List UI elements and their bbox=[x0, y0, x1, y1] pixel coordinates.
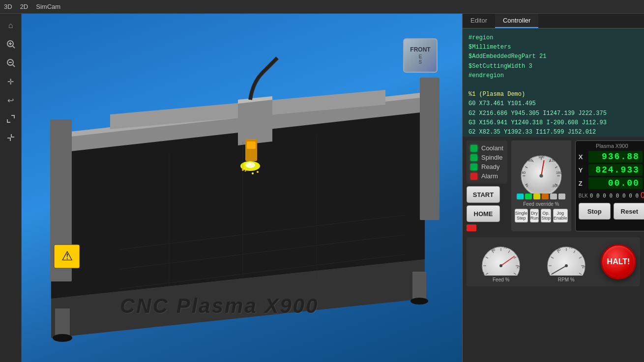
controller-panel: Coolant Spindle Ready Alarm bbox=[463, 137, 644, 362]
jog-enable-btn[interactable]: JogEnable bbox=[553, 209, 568, 223]
svg-text:50: 50 bbox=[491, 248, 495, 251]
svg-text:50: 50 bbox=[556, 248, 560, 251]
feed-gauge-svg: 0 50 75 100 25 bbox=[476, 241, 526, 276]
status-coolant: Coolant bbox=[470, 144, 503, 152]
blk-label: BLK bbox=[579, 193, 588, 198]
dro-z-value: 00.00 bbox=[588, 177, 643, 189]
svg-text:25: 25 bbox=[582, 265, 586, 269]
dro-y-row: Y 824.933 bbox=[579, 164, 644, 176]
zoom-in-btn[interactable] bbox=[3, 36, 19, 52]
feed-override-label: Feed override % bbox=[523, 201, 559, 207]
menu-simcam[interactable]: SimCam bbox=[36, 3, 60, 10]
menu-2d[interactable]: 2D bbox=[20, 3, 29, 10]
svg-point-76 bbox=[499, 264, 502, 267]
code-editor[interactable]: #region$Millimeters$AddEmbeddedRegPart 2… bbox=[463, 28, 644, 137]
svg-point-35 bbox=[53, 334, 72, 342]
ready-light bbox=[470, 164, 477, 170]
compress-icon bbox=[6, 133, 15, 142]
svg-text:75: 75 bbox=[503, 246, 507, 249]
svg-point-26 bbox=[245, 170, 246, 172]
red-indicator bbox=[467, 224, 476, 231]
alarm-light bbox=[470, 173, 477, 180]
menu-3d[interactable]: 3D bbox=[4, 3, 12, 10]
svg-text:100: 100 bbox=[580, 251, 586, 254]
feed-bar-6 bbox=[558, 194, 565, 199]
svg-point-36 bbox=[410, 298, 428, 305]
coolant-light bbox=[470, 145, 477, 152]
zoom-in-icon bbox=[6, 40, 15, 49]
expand-icon bbox=[6, 114, 15, 123]
feed-bar-1 bbox=[517, 194, 524, 199]
toggle-buttons-row: SingleStep DryRun Op.Stop JogEnable bbox=[515, 209, 568, 223]
reset-button[interactable]: Reset bbox=[614, 203, 644, 220]
svg-point-25 bbox=[252, 172, 254, 174]
feed-override-gauge: 0 40 80 100 120 160 200 bbox=[511, 140, 571, 231]
svg-marker-17 bbox=[238, 96, 272, 145]
code-line-9: G2 X216.686 Y945.305 I1247.139 J222.375 bbox=[468, 109, 638, 118]
dro-x-axis: X bbox=[579, 153, 586, 161]
blk-row: BLK 0 0 0 0 0 0 0 0 0 bbox=[579, 191, 644, 200]
dro-title: Plasma X900 bbox=[579, 143, 644, 149]
zoom-out-btn[interactable] bbox=[3, 55, 19, 71]
spindle-light bbox=[470, 154, 477, 161]
dial-svg: 0 40 80 100 120 160 200 bbox=[514, 149, 568, 194]
svg-point-94 bbox=[565, 264, 568, 267]
code-line-2: $Millimeters bbox=[468, 43, 638, 52]
feed-percent-label: Feed % bbox=[493, 277, 509, 282]
main-controls-row: Coolant Spindle Ready Alarm bbox=[467, 140, 640, 231]
right-panel: Editor Controller #region$Millimeters$Ad… bbox=[462, 14, 644, 362]
rpm-percent-label: RPM % bbox=[558, 277, 575, 282]
expand-btn[interactable] bbox=[3, 111, 19, 127]
svg-point-58 bbox=[539, 174, 543, 177]
status-alarm: Alarm bbox=[470, 172, 503, 180]
stop-button[interactable]: Stop bbox=[579, 203, 611, 220]
dro-y-axis: Y bbox=[579, 167, 586, 174]
start-button[interactable]: START bbox=[467, 186, 500, 203]
rpm-gauge-svg: 0 50 75 100 25 bbox=[542, 241, 591, 276]
blk-values: 0 0 0 0 0 0 0 0 bbox=[590, 193, 639, 199]
feed-bars bbox=[517, 194, 565, 199]
code-line-3: $AddEmbeddedRegPart 21 bbox=[468, 52, 638, 61]
feed-bar-5 bbox=[550, 194, 557, 199]
svg-text:40: 40 bbox=[522, 170, 526, 175]
tab-controller[interactable]: Controller bbox=[495, 14, 538, 28]
status-lights-panel: Coolant Spindle Ready Alarm bbox=[467, 140, 507, 184]
svg-line-5 bbox=[13, 65, 15, 67]
code-line-7: %1 (Plasma Demo) bbox=[468, 90, 638, 99]
ready-label: Ready bbox=[481, 163, 500, 170]
tab-editor[interactable]: Editor bbox=[463, 14, 495, 28]
status-spindle: Spindle bbox=[470, 154, 503, 161]
svg-text:⚠: ⚠ bbox=[61, 249, 73, 263]
code-line-11: G2 X82.35 Y1392.33 I117.599 J152.012 bbox=[468, 128, 638, 137]
home-button[interactable]: HOME bbox=[467, 205, 500, 222]
dro-x-value: 936.88 bbox=[588, 151, 643, 163]
dro-panel: Plasma X900 X 936.88 Y 824.933 Z 00.00 bbox=[575, 140, 644, 231]
dro-y-value: 824.933 bbox=[588, 164, 643, 176]
home-icon-btn[interactable]: ⌂ bbox=[3, 18, 19, 33]
svg-text:0: 0 bbox=[548, 272, 550, 275]
op-stop-btn[interactable]: Op.Stop bbox=[541, 209, 551, 223]
undo-btn[interactable]: ↩ bbox=[3, 92, 19, 108]
single-step-btn[interactable]: SingleStep bbox=[515, 209, 528, 223]
pan-btn[interactable]: ✛ bbox=[3, 74, 19, 89]
dry-run-btn[interactable]: DryRun bbox=[530, 209, 539, 223]
svg-text:100: 100 bbox=[515, 251, 521, 254]
code-line-10: G3 X156.941 Y1240.318 I-200.608 J112.93 bbox=[468, 118, 638, 128]
svg-text:200: 200 bbox=[553, 184, 558, 188]
blk-red-value: 0 bbox=[641, 191, 644, 200]
status-action-col: Coolant Spindle Ready Alarm bbox=[467, 140, 507, 231]
rpm-percent-gauge: 0 50 75 100 25 RPM % bbox=[536, 241, 597, 282]
svg-text:120: 120 bbox=[549, 158, 555, 163]
spindle-label: Spindle bbox=[481, 154, 502, 161]
svg-rect-20 bbox=[247, 141, 256, 149]
feed-bar-4 bbox=[542, 194, 549, 199]
code-line-8: G0 X73.461 Y101.495 bbox=[468, 99, 638, 109]
viewport-3d[interactable]: ⚠ CNC Plasma X900 FRONT E S bbox=[22, 14, 462, 362]
compress-btn[interactable] bbox=[3, 130, 19, 145]
code-line-6 bbox=[468, 81, 638, 90]
svg-point-24 bbox=[257, 171, 259, 173]
left-toolbar: ⌂ ✛ ↩ bbox=[0, 14, 22, 362]
feed-bar-3 bbox=[533, 194, 540, 199]
svg-rect-34 bbox=[412, 272, 426, 301]
halt-button[interactable]: HALT! bbox=[601, 244, 636, 279]
